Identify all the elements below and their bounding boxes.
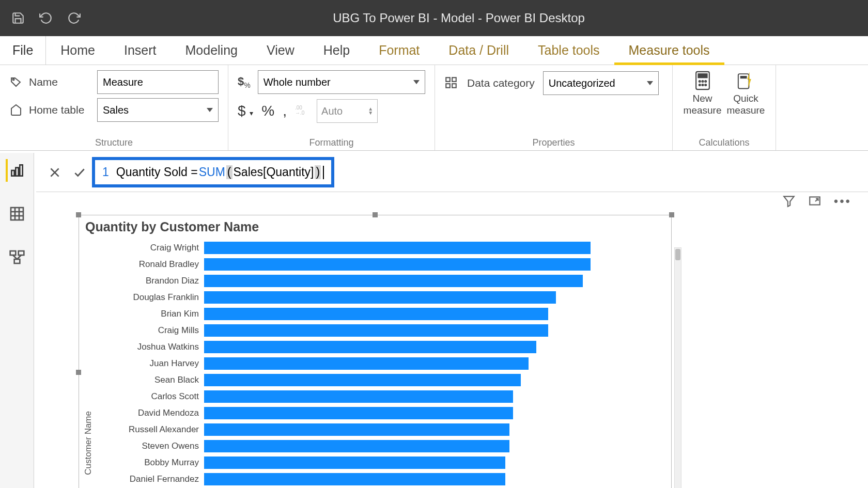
bar[interactable] [204, 324, 548, 337]
formula-close-paren: ) [315, 165, 321, 179]
category-label: Daniel Fernandez [96, 474, 204, 484]
group-formatting: $% Whole number $ ▾ % , .00→.0 Auto ▲▼ F… [228, 65, 435, 150]
bar-chart-visual[interactable]: Quantity by Customer Name Customer Name … [79, 215, 672, 488]
window-title: UBG To Power BI - Model - Power BI Deskt… [81, 11, 868, 25]
group-structure: Name Home table Sales Structure [0, 65, 228, 150]
svg-point-12 [699, 84, 700, 86]
new-measure-l1: New [693, 93, 712, 105]
name-label: Name [29, 76, 91, 88]
tab-measure-tools[interactable]: Measure tools [614, 36, 724, 65]
percent-button[interactable]: % [261, 103, 274, 119]
bar[interactable] [204, 291, 556, 304]
tab-help[interactable]: Help [309, 36, 364, 65]
model-view-button[interactable] [6, 246, 28, 269]
bar-row: Steven Owens [96, 438, 665, 454]
view-switcher [0, 153, 34, 488]
calculator-icon [693, 70, 712, 91]
category-label: Craig Wright [96, 243, 204, 253]
text-cursor [323, 166, 324, 179]
bar[interactable] [204, 423, 509, 436]
new-measure-button[interactable]: New measure [684, 70, 722, 117]
decimals-input[interactable]: Auto ▲▼ [317, 99, 378, 123]
redo-icon[interactable] [67, 11, 81, 25]
report-view-button[interactable] [6, 159, 28, 182]
comma-button[interactable]: , [283, 103, 287, 119]
tab-home[interactable]: Home [46, 36, 110, 65]
currency-format-icon: $% [238, 75, 251, 89]
category-label: Steven Owens [96, 441, 204, 451]
report-canvas[interactable]: ••• Quantity by Customer Name Customer N… [34, 192, 868, 488]
tab-modeling[interactable]: Modeling [171, 36, 252, 65]
bar[interactable] [204, 341, 536, 353]
bar-row: Russell Alexander [96, 421, 665, 438]
filter-icon[interactable] [782, 194, 796, 210]
formula-editor[interactable]: 1 Quantity Sold = SUM ( Sales[Quantity] … [92, 157, 334, 187]
name-input[interactable] [97, 70, 219, 94]
quick-calculator-icon [736, 70, 755, 91]
bar[interactable] [204, 258, 591, 271]
bar-row: David Mendoza [96, 405, 665, 421]
tab-format[interactable]: Format [364, 36, 434, 65]
formula-function: SUM [199, 165, 225, 179]
quick-measure-button[interactable]: Quick measure [727, 70, 765, 117]
bar[interactable] [204, 275, 583, 287]
save-icon[interactable] [11, 11, 25, 25]
svg-rect-3 [446, 77, 450, 82]
svg-point-11 [705, 81, 706, 82]
bar[interactable] [204, 407, 513, 419]
svg-rect-8 [698, 74, 707, 77]
bar[interactable] [204, 456, 505, 469]
tab-table-tools[interactable]: Table tools [523, 36, 614, 65]
format-dropdown[interactable]: Whole number [258, 70, 425, 94]
svg-point-0 [13, 79, 14, 81]
svg-rect-6 [452, 84, 456, 88]
group-label-properties: Properties [444, 137, 663, 148]
cancel-formula-button[interactable] [42, 160, 67, 185]
bar[interactable] [204, 390, 513, 403]
visual-action-bar: ••• [782, 194, 851, 210]
currency-button[interactable]: $ ▾ [238, 103, 253, 119]
formula-prefix: Quantity Sold = [116, 165, 198, 179]
tab-view[interactable]: View [252, 36, 309, 65]
category-label: Ronald Bradley [96, 259, 204, 270]
home-table-dropdown[interactable]: Sales [97, 98, 219, 122]
formula-open-paren: ( [226, 165, 233, 179]
resize-handle[interactable] [373, 212, 378, 217]
category-label: Douglas Franklin [96, 292, 204, 303]
data-category-dropdown[interactable]: Uncategorized [543, 71, 659, 95]
bar[interactable] [204, 374, 521, 386]
svg-rect-16 [740, 76, 747, 78]
undo-icon[interactable] [39, 11, 53, 25]
focus-mode-icon[interactable] [808, 194, 822, 210]
formula-line-number: 1 [102, 165, 109, 179]
chart-scrollbar[interactable] [674, 247, 681, 488]
bar[interactable] [204, 440, 509, 452]
data-view-button[interactable] [6, 202, 28, 225]
ribbon-tabs: File Home Insert Modeling View Help Form… [0, 36, 868, 65]
decimal-icon[interactable]: .00→.0 [295, 103, 308, 119]
category-label: Brian Kim [96, 309, 204, 319]
tab-insert[interactable]: Insert [110, 36, 171, 65]
home-icon [9, 103, 23, 117]
group-calculations: New measure Quick measure Calculations [673, 65, 776, 150]
svg-rect-27 [14, 259, 20, 263]
quick-measure-l2: measure [727, 105, 765, 117]
chart-title: Quantity by Customer Name [79, 215, 671, 240]
category-label: David Mendoza [96, 408, 204, 418]
bar[interactable] [204, 308, 548, 320]
bar-row: Craig Mills [96, 322, 665, 339]
bar-row: Juan Harvey [96, 355, 665, 372]
tab-file[interactable]: File [0, 36, 46, 65]
svg-point-13 [702, 84, 703, 86]
group-label-calculations: Calculations [682, 137, 766, 148]
ribbon: Name Home table Sales Structure $% Whol [0, 65, 868, 151]
resize-handle[interactable] [669, 212, 674, 217]
resize-handle[interactable] [76, 212, 81, 217]
more-options-icon[interactable]: ••• [834, 194, 851, 210]
tab-data-drill[interactable]: Data / Drill [434, 36, 523, 65]
bar[interactable] [204, 242, 591, 254]
scrollbar-thumb[interactable] [675, 249, 680, 260]
bar[interactable] [204, 473, 505, 485]
bar[interactable] [204, 357, 529, 370]
commit-formula-button[interactable] [67, 160, 92, 185]
